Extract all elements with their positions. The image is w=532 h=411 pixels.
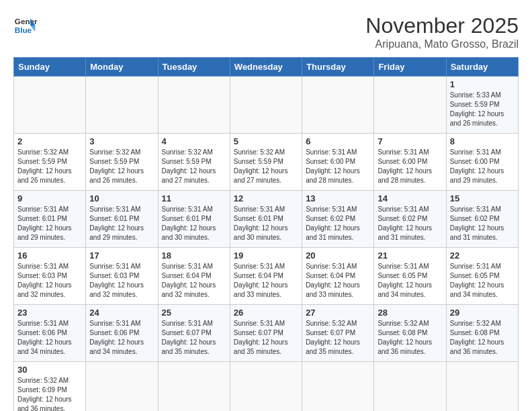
calendar-cell: 28Sunrise: 5:32 AM Sunset: 6:08 PM Dayli… (374, 305, 446, 362)
day-number: 11 (162, 193, 226, 203)
weekday-header-monday: Monday (86, 58, 158, 77)
calendar-header: SundayMondayTuesdayWednesdayThursdayFrid… (14, 58, 519, 77)
calendar-cell: 25Sunrise: 5:31 AM Sunset: 6:07 PM Dayli… (158, 305, 230, 362)
calendar-cell: 7Sunrise: 5:31 AM Sunset: 6:00 PM Daylig… (374, 134, 446, 191)
day-number: 10 (89, 193, 154, 203)
calendar-cell (302, 77, 374, 134)
calendar-cell: 8Sunrise: 5:31 AM Sunset: 6:00 PM Daylig… (446, 134, 518, 191)
day-info: Sunrise: 5:32 AM Sunset: 6:08 PM Dayligh… (450, 319, 515, 357)
calendar-cell: 6Sunrise: 5:31 AM Sunset: 6:00 PM Daylig… (302, 134, 374, 191)
calendar-cell: 22Sunrise: 5:31 AM Sunset: 6:05 PM Dayli… (446, 248, 518, 305)
svg-text:Blue: Blue (15, 26, 32, 34)
day-number: 23 (17, 308, 82, 318)
day-info: Sunrise: 5:31 AM Sunset: 6:05 PM Dayligh… (378, 262, 442, 300)
calendar-cell: 15Sunrise: 5:31 AM Sunset: 6:02 PM Dayli… (446, 191, 518, 248)
day-number: 6 (306, 136, 370, 146)
calendar-body: 1Sunrise: 5:33 AM Sunset: 5:59 PM Daylig… (14, 77, 519, 412)
calendar-cell: 11Sunrise: 5:31 AM Sunset: 6:01 PM Dayli… (158, 191, 230, 248)
day-number: 8 (450, 136, 515, 146)
calendar-week-row: 1Sunrise: 5:33 AM Sunset: 5:59 PM Daylig… (14, 77, 519, 134)
calendar-cell: 29Sunrise: 5:32 AM Sunset: 6:08 PM Dayli… (446, 305, 518, 362)
day-info: Sunrise: 5:31 AM Sunset: 6:07 PM Dayligh… (234, 319, 298, 357)
calendar-cell: 16Sunrise: 5:31 AM Sunset: 6:03 PM Dayli… (14, 248, 86, 305)
day-number: 5 (234, 136, 298, 146)
weekday-header-wednesday: Wednesday (230, 58, 302, 77)
day-number: 24 (89, 308, 154, 318)
calendar-cell: 21Sunrise: 5:31 AM Sunset: 6:05 PM Dayli… (374, 248, 446, 305)
day-info: Sunrise: 5:31 AM Sunset: 6:05 PM Dayligh… (450, 262, 515, 300)
calendar-cell: 19Sunrise: 5:31 AM Sunset: 6:04 PM Dayli… (230, 248, 302, 305)
calendar-cell (230, 77, 302, 134)
calendar-cell (446, 362, 518, 412)
day-info: Sunrise: 5:32 AM Sunset: 6:07 PM Dayligh… (306, 319, 370, 357)
day-info: Sunrise: 5:32 AM Sunset: 5:59 PM Dayligh… (162, 148, 226, 185)
calendar-cell: 14Sunrise: 5:31 AM Sunset: 6:02 PM Dayli… (374, 191, 446, 248)
weekday-header-friday: Friday (374, 58, 446, 77)
calendar-cell: 23Sunrise: 5:31 AM Sunset: 6:06 PM Dayli… (14, 305, 86, 362)
day-number: 16 (17, 250, 82, 261)
day-info: Sunrise: 5:31 AM Sunset: 6:01 PM Dayligh… (17, 205, 82, 242)
day-number: 19 (234, 250, 298, 261)
page-title: November 2025 (365, 13, 519, 38)
day-number: 12 (234, 193, 298, 203)
day-info: Sunrise: 5:31 AM Sunset: 6:00 PM Dayligh… (450, 148, 515, 185)
day-number: 29 (450, 308, 515, 318)
day-number: 27 (306, 308, 370, 318)
calendar-table: SundayMondayTuesdayWednesdayThursdayFrid… (13, 57, 519, 411)
calendar-week-row: 23Sunrise: 5:31 AM Sunset: 6:06 PM Dayli… (14, 305, 519, 362)
day-number: 20 (306, 250, 370, 261)
day-number: 4 (162, 136, 226, 146)
calendar-week-row: 30Sunrise: 5:32 AM Sunset: 6:09 PM Dayli… (14, 362, 519, 412)
calendar-cell: 20Sunrise: 5:31 AM Sunset: 6:04 PM Dayli… (302, 248, 374, 305)
day-number: 17 (89, 250, 154, 261)
weekday-header-saturday: Saturday (446, 58, 518, 77)
day-number: 9 (17, 193, 82, 203)
weekday-header-sunday: Sunday (14, 58, 86, 77)
calendar-cell: 27Sunrise: 5:32 AM Sunset: 6:07 PM Dayli… (302, 305, 374, 362)
day-number: 1 (450, 79, 515, 89)
weekday-header-thursday: Thursday (302, 58, 374, 77)
calendar-week-row: 2Sunrise: 5:32 AM Sunset: 5:59 PM Daylig… (14, 134, 519, 191)
day-number: 18 (162, 250, 226, 261)
calendar-cell: 24Sunrise: 5:31 AM Sunset: 6:06 PM Dayli… (86, 305, 158, 362)
weekday-header-tuesday: Tuesday (158, 58, 230, 77)
calendar-cell (374, 362, 446, 412)
calendar-cell: 18Sunrise: 5:31 AM Sunset: 6:04 PM Dayli… (158, 248, 230, 305)
calendar-cell (302, 362, 374, 412)
day-info: Sunrise: 5:31 AM Sunset: 6:01 PM Dayligh… (234, 205, 298, 242)
calendar-cell (86, 77, 158, 134)
day-number: 25 (162, 308, 226, 318)
calendar-cell: 26Sunrise: 5:31 AM Sunset: 6:07 PM Dayli… (230, 305, 302, 362)
day-info: Sunrise: 5:31 AM Sunset: 6:00 PM Dayligh… (378, 148, 442, 185)
day-number: 15 (450, 193, 515, 203)
day-info: Sunrise: 5:31 AM Sunset: 6:06 PM Dayligh… (17, 319, 82, 357)
calendar-cell: 30Sunrise: 5:32 AM Sunset: 6:09 PM Dayli… (14, 362, 86, 412)
calendar-cell (374, 77, 446, 134)
calendar-cell: 10Sunrise: 5:31 AM Sunset: 6:01 PM Dayli… (86, 191, 158, 248)
calendar-cell: 17Sunrise: 5:31 AM Sunset: 6:03 PM Dayli… (86, 248, 158, 305)
day-number: 2 (17, 136, 82, 146)
header-row: SundayMondayTuesdayWednesdayThursdayFrid… (14, 58, 519, 77)
calendar-cell (158, 362, 230, 412)
day-info: Sunrise: 5:32 AM Sunset: 5:59 PM Dayligh… (17, 148, 82, 185)
calendar-cell: 13Sunrise: 5:31 AM Sunset: 6:02 PM Dayli… (302, 191, 374, 248)
day-info: Sunrise: 5:32 AM Sunset: 5:59 PM Dayligh… (89, 148, 154, 185)
day-number: 3 (89, 136, 154, 146)
calendar-cell: 12Sunrise: 5:31 AM Sunset: 6:01 PM Dayli… (230, 191, 302, 248)
title-section: November 2025 Aripuana, Mato Grosso, Bra… (365, 13, 519, 50)
day-info: Sunrise: 5:31 AM Sunset: 6:04 PM Dayligh… (306, 262, 370, 300)
day-info: Sunrise: 5:31 AM Sunset: 6:04 PM Dayligh… (234, 262, 298, 300)
day-number: 21 (378, 250, 442, 261)
day-number: 14 (378, 193, 442, 203)
day-info: Sunrise: 5:31 AM Sunset: 6:02 PM Dayligh… (378, 205, 442, 242)
calendar-cell: 1Sunrise: 5:33 AM Sunset: 5:59 PM Daylig… (446, 77, 518, 134)
page-header: General Blue November 2025 Aripuana, Mat… (13, 13, 519, 50)
day-info: Sunrise: 5:31 AM Sunset: 6:01 PM Dayligh… (89, 205, 154, 242)
day-info: Sunrise: 5:31 AM Sunset: 6:03 PM Dayligh… (89, 262, 154, 300)
day-info: Sunrise: 5:31 AM Sunset: 6:02 PM Dayligh… (306, 205, 370, 242)
calendar-week-row: 9Sunrise: 5:31 AM Sunset: 6:01 PM Daylig… (14, 191, 519, 248)
calendar-cell (158, 77, 230, 134)
calendar-cell (86, 362, 158, 412)
calendar-cell (230, 362, 302, 412)
day-number: 7 (378, 136, 442, 146)
